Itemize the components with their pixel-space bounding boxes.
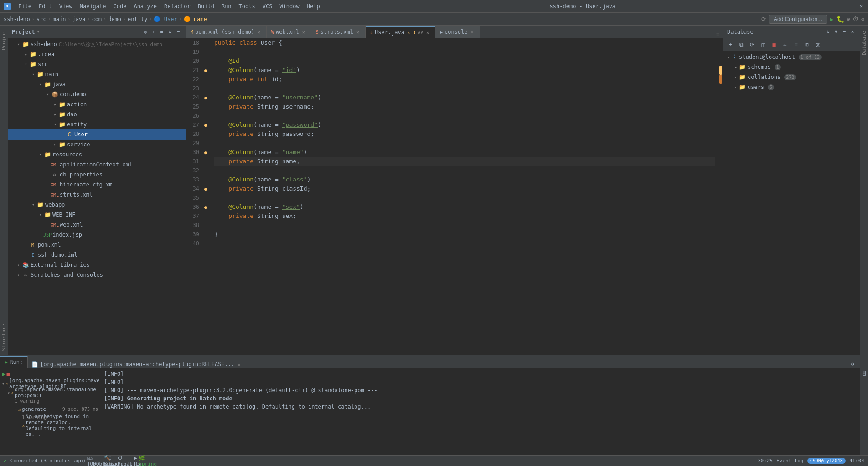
maximize-button[interactable]: □ [850, 3, 856, 10]
tree-item-webapp[interactable]: ▾ 📁 webapp [8, 200, 186, 210]
breadcrumb-project[interactable]: ssh-demo [4, 16, 30, 22]
project-tab[interactable]: Project [0, 26, 8, 54]
toggle-action[interactable]: ▸ [52, 101, 58, 108]
breadcrumb-main[interactable]: main [53, 16, 66, 22]
tree-item-dao[interactable]: ▸ 📁 dao [8, 109, 186, 119]
db-collations[interactable]: ▸ 📁 collations 272 [723, 72, 860, 82]
spring-tab[interactable]: 🌿 Spring [144, 457, 151, 465]
breadcrumb-com[interactable]: com [92, 16, 102, 22]
db-console-icon[interactable]: ≡ [791, 40, 801, 50]
tab-close-user[interactable]: ✕ [425, 30, 430, 35]
menu-analyze[interactable]: Analyze [130, 2, 160, 10]
tree-item-java[interactable]: ▾ 📁 java [8, 79, 186, 89]
menu-window[interactable]: Window [276, 2, 303, 10]
toggle-dao[interactable]: ▸ [52, 111, 58, 118]
settings-icon[interactable]: ⚙ [861, 16, 864, 22]
tree-item-scratches[interactable]: ▸ ✏ Scratches and Consoles [8, 270, 186, 280]
breadcrumb-src[interactable]: src [36, 16, 46, 22]
toggle-webinf[interactable]: ▾ [37, 212, 44, 218]
coverage-icon[interactable]: ⊕ [847, 16, 850, 22]
run-tab[interactable]: ▶ Run: [0, 356, 28, 368]
tree-item-indexjsp[interactable]: ▸ JSP index.jsp [8, 230, 186, 240]
toggle-ext-libs[interactable]: ▸ [16, 262, 22, 268]
breadcrumb-user[interactable]: 🔵 User [154, 16, 177, 22]
profiler-tab[interactable]: ⏱ Profiler [126, 457, 133, 465]
toggle-entity[interactable]: ▾ [52, 121, 58, 128]
profile-icon[interactable]: ⏱ [853, 16, 858, 22]
db-table-icon[interactable]: ⊞ [802, 40, 812, 50]
run-item-4[interactable]: ⚠ No archetype found in remote catalog. … [0, 421, 100, 430]
tab-console[interactable]: ▶ console ✕ [435, 26, 480, 38]
tab-user-java[interactable]: ☕ User.java ⚠ 3 ∧∨ ✕ [366, 26, 435, 38]
db-users[interactable]: ▸ 📁 users 5 [723, 82, 860, 92]
tree-item-idea[interactable]: ▸ 📁 .idea [8, 49, 186, 59]
bottom-minimize-icon[interactable]: − [857, 360, 864, 368]
menu-tools[interactable]: Tools [235, 2, 259, 10]
tree-item-user[interactable]: ▸ C User [8, 129, 186, 140]
db-edit-icon[interactable]: ✏ [780, 40, 790, 50]
db-settings-icon[interactable]: ⚙ [824, 28, 832, 36]
locate-icon[interactable]: ◎ [142, 28, 149, 36]
tab-list-icon[interactable]: ≡ [716, 31, 719, 38]
menu-refactor[interactable]: Refactor [160, 2, 194, 10]
db-stop-icon[interactable]: ■ [769, 40, 779, 50]
add-configuration-button[interactable]: Add Configuration... [769, 15, 827, 24]
database-side-tab[interactable]: Database [860, 27, 868, 59]
menu-code[interactable]: Code [110, 2, 130, 10]
tree-item-service[interactable]: ▸ 📁 service [8, 140, 186, 150]
db-refresh-icon[interactable]: ⟳ [747, 40, 757, 50]
toggle-ssh-demo[interactable]: ▾ [16, 41, 22, 47]
db-schemas-toggle[interactable]: ▸ [734, 65, 737, 70]
code-content[interactable]: public class User { @Id @Column(name = "… [211, 38, 718, 355]
toggle-scratches[interactable]: ▸ [16, 272, 22, 278]
menu-navigate[interactable]: Navigate [76, 2, 110, 10]
menu-edit[interactable]: Edit [35, 2, 56, 10]
tree-item-webxml[interactable]: ▸ XML web.xml [8, 220, 186, 230]
toggle-webapp[interactable]: ▾ [30, 202, 36, 208]
tree-item-webinf[interactable]: ▾ 📁 WEB-INF [8, 210, 186, 220]
scrollbar[interactable] [718, 38, 723, 355]
db-copy-icon[interactable]: ⧉ [736, 40, 746, 50]
toggle-service[interactable]: ▸ [52, 141, 58, 148]
sync-icon[interactable]: ⟳ [761, 16, 766, 22]
bottom-db-icon[interactable]: 🗄 [861, 370, 868, 377]
collapse-all-icon[interactable]: ⇑ [150, 28, 157, 36]
menu-vcs[interactable]: VCS [259, 2, 276, 10]
run-item-2[interactable]: ▾ ⚠ org.apache.maven.standalone-pom:pom:… [0, 388, 100, 397]
breadcrumb-demo[interactable]: demo [108, 16, 121, 22]
toggle-idea[interactable]: ▸ [23, 51, 29, 57]
run-play-button[interactable]: ▶ [2, 370, 5, 378]
db-collations-toggle[interactable]: ▸ [734, 75, 737, 80]
tree-item-external-libs[interactable]: ▸ 📚 External Libraries [8, 260, 186, 270]
bottom-settings-icon[interactable]: ⚙ [849, 360, 856, 368]
menu-run[interactable]: Run [218, 2, 235, 10]
menu-help[interactable]: Help [303, 2, 324, 10]
toggle-main[interactable]: ▾ [30, 71, 36, 78]
breadcrumb-java[interactable]: java [72, 16, 85, 22]
db-connection[interactable]: ▾ 🗄 student@localhost 1 of 12 [723, 52, 860, 62]
tree-item-hibernate[interactable]: ▸ XML hibernate.cfg.xml [8, 180, 186, 190]
code-editor[interactable]: 18 19 20 21 22 23 24 25 26 27 28 29 30 3… [186, 38, 723, 355]
toggle-com-demo[interactable]: ▾ [45, 91, 51, 98]
tree-item-resources[interactable]: ▾ 📁 resources [8, 150, 186, 160]
tree-item-com-demo[interactable]: ▾ 📦 com.demo [8, 89, 186, 99]
tab-close-struts[interactable]: ✕ [355, 29, 361, 35]
run-item-3[interactable]: ▾ ⚠ generate 9 sec, 875 ms [0, 404, 100, 414]
db-minimize-icon[interactable]: − [841, 28, 848, 36]
tab-close-console[interactable]: ✕ [470, 29, 475, 35]
breadcrumb-entity[interactable]: entity [128, 16, 147, 22]
tab-struts-xml[interactable]: S struts.xml ✕ [311, 26, 366, 38]
menu-file[interactable]: File [15, 2, 35, 10]
tab-close-pom[interactable]: ✕ [256, 29, 262, 35]
tree-item-main[interactable]: ▾ 📁 main [8, 69, 186, 79]
db-users-toggle[interactable]: ▸ [734, 85, 737, 90]
db-close-icon[interactable]: ✕ [849, 28, 856, 36]
db-toggle-icon[interactable]: ▾ [727, 55, 730, 60]
tab-close-web[interactable]: ✕ [301, 29, 306, 35]
event-log[interactable]: Event Log [776, 458, 804, 464]
menu-build[interactable]: Build [194, 2, 218, 10]
tree-item-src[interactable]: ▾ 📁 src [8, 59, 186, 69]
tree-item-entity[interactable]: ▾ 📁 entity [8, 119, 186, 129]
menu-view[interactable]: View [56, 2, 76, 10]
run-stop-button[interactable]: ■ [6, 371, 10, 377]
